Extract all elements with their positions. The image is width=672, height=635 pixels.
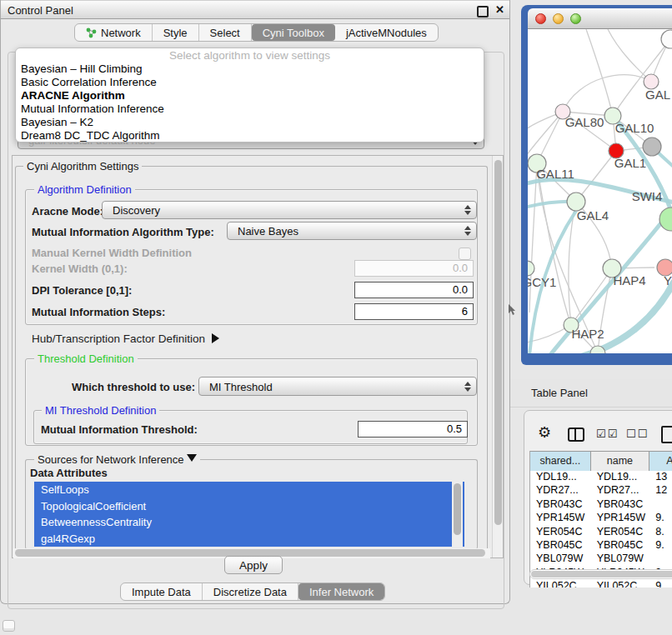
algorithm-option-aracne-algorithm[interactable]: ARACNE Algorithm xyxy=(16,89,484,102)
table-row[interactable]: YPR145WYPR145W9. xyxy=(530,511,672,524)
node-label-y: Y xyxy=(664,273,672,288)
table-row[interactable]: YIL052CYIL052C9 xyxy=(530,579,672,588)
mi-steps-field[interactable]: 6 xyxy=(354,303,474,320)
network-window-titlebar[interactable] xyxy=(528,8,672,29)
algorithm-option-mutual-information-inference[interactable]: Mutual Information Inference xyxy=(16,102,484,116)
column-header-a[interactable]: A xyxy=(649,452,672,471)
split-columns-icon[interactable] xyxy=(568,428,584,442)
attribute-gal4rgexp[interactable]: gal4RGexp xyxy=(34,531,464,548)
tab-label: Impute Data xyxy=(132,586,191,598)
checked-boxes-icon[interactable]: ☑☑ xyxy=(596,428,619,440)
kernel-width-field[interactable]: 0.0 xyxy=(354,260,474,277)
table-cell: 13 xyxy=(649,470,672,483)
node-label-gal: GAL xyxy=(645,88,670,102)
which-threshold-value: MI Threshold xyxy=(209,380,273,392)
sources-title[interactable]: Sources for Network Inference xyxy=(34,453,200,466)
algorithm-definition-title: Algorithm Definition xyxy=(34,183,135,196)
attribute-topologicalcoefficient[interactable]: TopologicalCoefficient xyxy=(34,498,464,515)
which-threshold-combo[interactable]: MI Threshold xyxy=(198,377,477,396)
table-row[interactable]: YBL079WYBL079W xyxy=(530,552,672,565)
attribute-selfloops[interactable]: SelfLoops xyxy=(34,482,464,498)
table-horizontal-scrollbar[interactable] xyxy=(529,569,672,579)
aracne-mode-label: Aracne Mode: xyxy=(32,205,103,218)
tab-label: Cyni Toolbox xyxy=(263,27,324,39)
tab-style[interactable]: Style xyxy=(153,24,199,41)
table-panel-titlebar[interactable]: Table Panel xyxy=(510,379,672,408)
table-row[interactable]: YDR27...YDR27...12 xyxy=(530,483,672,497)
table-cell: YDL19... xyxy=(530,470,591,483)
zoom-traffic-light-icon[interactable] xyxy=(570,13,581,24)
apply-button[interactable]: Apply xyxy=(224,556,283,574)
column-header-name[interactable]: name xyxy=(591,452,650,471)
table-cell: YBR045C xyxy=(591,538,650,552)
table-cell: YIL052C xyxy=(591,579,650,588)
manual-kernel-width-label: Manual Kernel Width Definition xyxy=(32,247,192,259)
table-cell: YBR045C xyxy=(530,538,591,552)
mi-steps-label: Mutual Information Steps: xyxy=(32,306,165,318)
control-panel-window: Control Panel ✕ NetworkStyleSelectCyni T… xyxy=(0,0,510,604)
node-gcy1[interactable] xyxy=(528,261,534,276)
unchecked-boxes-icon[interactable]: ☐☐ xyxy=(626,428,649,440)
hub-tf-definition-toggle[interactable]: Hub/Transcription Factor Definition xyxy=(32,332,219,345)
node-gray[interactable] xyxy=(643,138,661,156)
aracne-mode-value: Discovery xyxy=(113,204,160,217)
table-row[interactable]: YDL19...YDL19...13 xyxy=(530,470,672,483)
node-label-hap2: HAP2 xyxy=(571,327,604,341)
algorithm-option-bayesian-k2[interactable]: Bayesian – K2 xyxy=(16,116,484,129)
tab-cyni-toolbox[interactable]: Cyni Toolbox xyxy=(252,24,335,41)
network-canvas[interactable]: GALGAL80GAL10GAL1GAL11SWI4GAL4GCY1HAP4YH… xyxy=(528,29,672,353)
mouse-cursor xyxy=(509,304,517,315)
screen: Control Panel ✕ NetworkStyleSelectCyni T… xyxy=(0,0,672,635)
expanded-arrow-icon[interactable] xyxy=(187,454,197,462)
table-row[interactable]: YBR043CYBR043C xyxy=(530,498,672,511)
tab-network[interactable]: Network xyxy=(75,24,153,41)
table-row[interactable]: YER054CYER054C8. xyxy=(530,525,672,538)
tab-jactivemnodules[interactable]: jActiveMNodules xyxy=(335,24,438,41)
table-row[interactable]: YBR045CYBR045C9. xyxy=(530,538,672,552)
close-traffic-light-icon[interactable] xyxy=(535,13,546,24)
algorithm-option-basic-correlation-inference[interactable]: Basic Correlation Inference xyxy=(16,76,484,89)
float-window-icon[interactable] xyxy=(477,6,489,18)
tab-discretize-data[interactable]: Discretize Data xyxy=(203,583,298,600)
algorithm-option-dream8-dc-tdc-algorithm[interactable]: Dream8 DC_TDC Algorithm xyxy=(16,129,484,142)
settings-vscroll-thumb[interactable] xyxy=(494,160,502,525)
node-swi4[interactable] xyxy=(659,208,672,231)
threshold-definition-title: Threshold Definition xyxy=(34,352,138,365)
mi-algorithm-type-combo[interactable]: Naive Bayes xyxy=(227,222,477,240)
close-icon[interactable]: ✕ xyxy=(495,3,504,16)
table-cell xyxy=(649,498,672,511)
attributes-scrollbar[interactable] xyxy=(452,482,463,547)
collapsed-arrow-icon[interactable] xyxy=(212,333,219,343)
attribute-betweennesscentrality[interactable]: BetweennessCentrality xyxy=(34,514,464,531)
tab-select[interactable]: Select xyxy=(199,24,252,41)
tab-infer-network[interactable]: Infer Network xyxy=(298,583,384,600)
collapsed-panel-icon[interactable] xyxy=(3,620,15,632)
algorithm-dropdown-placeholder: Select algorithm to view settings xyxy=(16,48,484,62)
manual-kernel-width-checkbox[interactable] xyxy=(459,248,471,260)
dpi-tolerance-field[interactable]: 0.0 xyxy=(354,282,474,298)
table-cell: YDR27... xyxy=(591,483,650,497)
minimize-traffic-light-icon[interactable] xyxy=(553,13,564,24)
table-cell: 8. xyxy=(649,525,672,538)
table-cell: YBR043C xyxy=(530,498,591,511)
algorithm-dropdown-list: Bayesian – Hill ClimbingBasic Correlatio… xyxy=(16,62,484,142)
control-panel-titlebar[interactable]: Control Panel ✕ xyxy=(1,0,509,19)
data-attributes-list: SelfLoopsTopologicalCoefficientBetweenne… xyxy=(34,482,464,547)
node-top-right[interactable] xyxy=(661,30,672,48)
column-header-shared[interactable]: shared... xyxy=(530,452,591,471)
table-hscroll-thumb[interactable] xyxy=(531,571,672,578)
tab-impute-data[interactable]: Impute Data xyxy=(121,583,203,600)
mi-algorithm-type-label: Mutual Information Algorithm Type: xyxy=(32,226,214,238)
attributes-scrollbar-thumb[interactable] xyxy=(454,483,461,535)
aracne-mode-combo[interactable]: Discovery xyxy=(102,201,477,219)
algorithm-option-bayesian-hill-climbing[interactable]: Bayesian – Hill Climbing xyxy=(16,62,484,76)
settings-gear-icon[interactable]: ⚙ xyxy=(538,423,551,442)
network-edge-highlighted xyxy=(549,221,663,353)
table-cell: YBL079W xyxy=(591,552,650,565)
control-panel-tabbar: NetworkStyleSelectCyni ToolboxjActiveMNo… xyxy=(74,23,439,42)
settings-vertical-scrollbar[interactable] xyxy=(492,156,503,558)
document-icon[interactable] xyxy=(661,426,672,443)
table-panel-title: Table Panel xyxy=(531,387,588,399)
combo-stepper-icon xyxy=(464,382,470,392)
mi-threshold-field[interactable]: 0.5 xyxy=(358,421,468,438)
